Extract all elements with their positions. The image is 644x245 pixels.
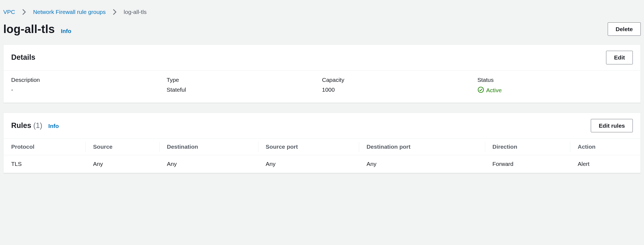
description-value: - xyxy=(11,86,167,93)
info-link[interactable]: Info xyxy=(61,28,71,34)
check-circle-icon xyxy=(478,86,484,94)
edit-details-button[interactable]: Edit xyxy=(606,51,633,64)
breadcrumb-item-rule-groups[interactable]: Network Firewall rule groups xyxy=(33,9,106,15)
cell-protocol: TLS xyxy=(4,155,85,173)
svg-point-0 xyxy=(478,87,484,92)
col-source[interactable]: Source xyxy=(85,138,159,155)
chevron-right-icon xyxy=(22,9,26,15)
chevron-right-icon xyxy=(113,9,117,15)
details-panel-title: Details xyxy=(11,53,35,62)
breadcrumb-item-vpc[interactable]: VPC xyxy=(3,9,15,15)
col-destination-port[interactable]: Destination port xyxy=(359,138,485,155)
status-badge: Active xyxy=(478,86,502,94)
type-label: Type xyxy=(167,77,322,83)
delete-button[interactable]: Delete xyxy=(608,22,641,36)
description-label: Description xyxy=(11,77,167,83)
type-value: Stateful xyxy=(167,86,322,93)
status-label: Status xyxy=(478,77,633,83)
col-action[interactable]: Action xyxy=(570,138,640,155)
col-direction[interactable]: Direction xyxy=(485,138,570,155)
rules-info-link[interactable]: Info xyxy=(48,123,59,129)
cell-source-port: Any xyxy=(258,155,359,173)
page-title: log-all-tls xyxy=(3,23,55,36)
breadcrumb: VPC Network Firewall rule groups log-all… xyxy=(3,5,641,22)
cell-destination-port: Any xyxy=(359,155,485,173)
status-value: Active xyxy=(486,87,502,94)
cell-source: Any xyxy=(85,155,159,173)
breadcrumb-item-current: log-all-tls xyxy=(124,9,147,15)
rules-panel: Rules (1) Info Edit rules Protocol Sourc… xyxy=(3,113,641,173)
rules-table: Protocol Source Destination Source port … xyxy=(4,138,640,173)
rules-panel-title: Rules (1) xyxy=(11,121,42,130)
rules-count: (1) xyxy=(33,121,42,130)
col-protocol[interactable]: Protocol xyxy=(4,138,85,155)
capacity-label: Capacity xyxy=(322,77,478,83)
cell-destination: Any xyxy=(159,155,258,173)
cell-action: Alert xyxy=(570,155,640,173)
page-header: log-all-tls Info Delete xyxy=(3,22,641,44)
col-source-port[interactable]: Source port xyxy=(258,138,359,155)
capacity-value: 1000 xyxy=(322,86,478,93)
cell-direction: Forward xyxy=(485,155,570,173)
details-panel: Details Edit Description - Type Stateful… xyxy=(3,44,641,103)
edit-rules-button[interactable]: Edit rules xyxy=(591,119,633,132)
col-destination[interactable]: Destination xyxy=(159,138,258,155)
table-row[interactable]: TLS Any Any Any Any Forward Alert xyxy=(4,155,640,173)
